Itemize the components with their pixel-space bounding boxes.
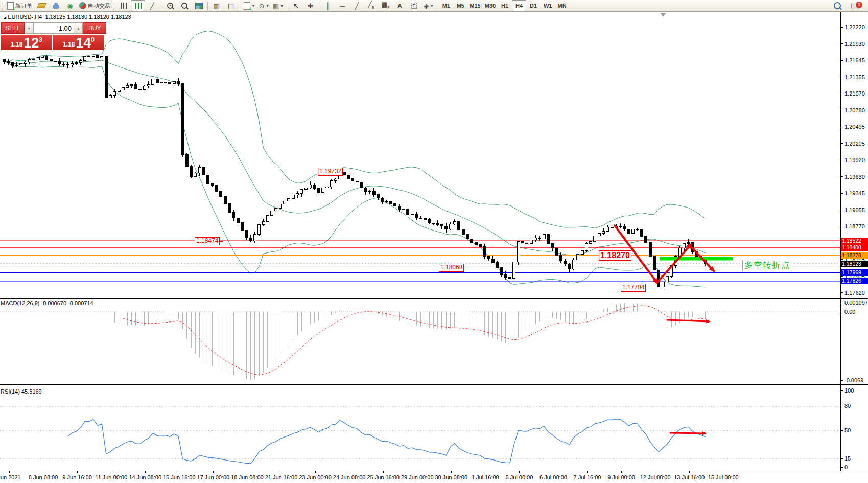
ohlc-text: 1.18125 1.18130 1.18120 1.18123 (45, 14, 131, 20)
time-label-18: 9 Jul 00:00 (607, 474, 635, 480)
time-label-20: 13 Jul 16:00 (674, 474, 705, 480)
bollinger-bands (4, 31, 706, 287)
price-callout-1.18068[interactable]: 1.18068 (439, 264, 464, 272)
macd-signal-line (123, 306, 706, 375)
time-label-15: 5 Jul 00:00 (505, 474, 533, 480)
price-badge-1.17826: 1.17826 (841, 278, 868, 284)
time-label-2: 9 Jun 16:00 (62, 474, 92, 480)
price-tick-1.22220: 1.22220 (844, 24, 865, 30)
chart-shift-marker[interactable] (661, 13, 666, 17)
macd-axis-0.001097: 0.001097 (844, 300, 868, 306)
symbol-text: EURUSD-,H4 (8, 14, 42, 20)
rsi-red-arrow[interactable] (670, 433, 705, 433)
horizontal-line-objects[interactable] (0, 241, 840, 281)
time-label-10: 24 Jun 08:00 (333, 474, 366, 480)
sell-price-prefix: 1.18 (11, 41, 22, 48)
time-label-16: 6 Jul 08:00 (539, 474, 567, 480)
volume-up-spinner[interactable]: ▲ (74, 22, 83, 34)
price-tick-1.20205: 1.20205 (844, 141, 865, 147)
rsi-axis-0: 0 (844, 464, 848, 470)
time-label-7: 18 Jun 08:00 (231, 474, 264, 480)
price-callout-1.18270[interactable]: 1.18270 (599, 250, 631, 261)
time-label-19: 12 Jul 08:00 (640, 474, 671, 480)
price-tick-1.20495: 1.20495 (844, 124, 865, 130)
price-tick-1.21645: 1.21645 (844, 57, 865, 63)
buy-price-big: 14 (76, 36, 91, 50)
price-tick-1.19630: 1.19630 (844, 174, 865, 180)
macd-histogram (114, 303, 705, 380)
time-label-3: 11 Jun 00:00 (95, 474, 127, 480)
buy-price-sup: 0 (91, 36, 95, 43)
time-label-17: 7 Jul 16:00 (574, 474, 601, 480)
price-tick-1.20780: 1.20780 (844, 107, 865, 113)
price-badge-1.18522: 1.18522 (841, 238, 868, 244)
price-badge-1.17969: 1.17969 (841, 269, 868, 276)
sell-button[interactable]: SELL (1, 22, 25, 34)
price-callout-1.18474[interactable]: 1.18474 (195, 237, 220, 245)
chart-symbol-label: ◢EURUSD-,H4 1.18125 1.18130 1.18120 1.18… (3, 14, 131, 20)
time-label-21: 15 Jul 00:00 (708, 474, 739, 480)
price-tick-1.21070: 1.21070 (844, 90, 865, 97)
time-label-11: 25 Jun 16:00 (367, 474, 400, 480)
price-tick-1.21355: 1.21355 (844, 74, 865, 80)
time-label-6: 17 Jun 00:00 (197, 474, 230, 480)
price-tick-1.19920: 1.19920 (844, 157, 865, 163)
price-tick-1.17620: 1.17620 (844, 290, 865, 296)
sell-price-sup: 3 (39, 36, 42, 43)
price-tick-1.18770: 1.18770 (844, 223, 865, 229)
time-label-4: 14 Jun 08:00 (129, 474, 161, 480)
price-tick-1.19345: 1.19345 (844, 190, 865, 196)
rsi-label: RSI(14) 45.5169 (1, 388, 42, 395)
macd-axis-0.00: 0.00 (844, 309, 855, 315)
rsi-axis-80: 80 (844, 403, 851, 409)
time-label-13: 30 Jun 08:00 (435, 474, 467, 480)
time-label-0: Jun 2021 (0, 474, 21, 480)
buy-button[interactable]: BUY (83, 22, 106, 34)
rsi-line (68, 419, 706, 464)
time-label-9: 23 Jun 00:00 (299, 474, 332, 480)
price-tick-1.21930: 1.21930 (844, 41, 865, 47)
macd-axis--0.0069: -0.0069 (844, 377, 863, 383)
green-highlight-bar[interactable] (660, 257, 733, 261)
rsi-axis-50: 50 (844, 427, 851, 433)
rsi-axis-100: 100 (844, 387, 854, 394)
rsi-axis-15: 15 (844, 455, 851, 462)
pane-separator-macd[interactable] (0, 297, 868, 299)
time-label-12: 29 Jun 00:00 (401, 474, 434, 480)
price-callout-1.17704[interactable]: 1.17704 (621, 284, 646, 292)
time-label-8: 21 Jun 16:00 (265, 474, 298, 480)
time-label-5: 15 Jun 16:00 (163, 474, 196, 480)
volume-down-spinner[interactable]: ▼ (25, 22, 34, 34)
price-badge-1.18270: 1.18270 (841, 252, 868, 259)
price-badge-1.18400: 1.18400 (841, 244, 868, 251)
macd-label: MACD(12,26,9) -0.000670 -0.000714 (1, 300, 93, 306)
sell-price-display[interactable]: 1.18123 (1, 35, 52, 50)
chart-corner-icon: ◢ (3, 15, 6, 20)
time-axis-line (0, 471, 868, 471)
chart-canvas[interactable] (0, 0, 868, 483)
time-label-1: 8 Jun 08:00 (29, 474, 58, 480)
one-click-trading-panel: SELL ▼ ▲ BUY 1.18123 1.18140 (1, 22, 106, 50)
volume-input[interactable] (34, 22, 74, 34)
pivot-annotation-textbox[interactable]: 多空转折点 (742, 260, 792, 271)
price-tick-1.19055: 1.19055 (844, 207, 865, 213)
macd-red-arrow[interactable] (667, 320, 709, 321)
sell-price-big: 12 (24, 36, 39, 50)
price-callout-1.19732[interactable]: 1.19732 (318, 168, 343, 176)
buy-price-display[interactable]: 1.18140 (53, 35, 104, 50)
mt4-window: +新订单◉自动交易╱+-▥▤+▾⊙▾▦▾↖✚│─╱╱E▦FAT◈▾M1M5M15… (0, 0, 868, 483)
time-label-14: 1 Jul 16:00 (472, 474, 499, 480)
price-badge-1.18123: 1.18123 (841, 261, 868, 267)
pane-separator-rsi[interactable] (0, 384, 868, 386)
buy-price-prefix: 1.18 (63, 41, 75, 48)
